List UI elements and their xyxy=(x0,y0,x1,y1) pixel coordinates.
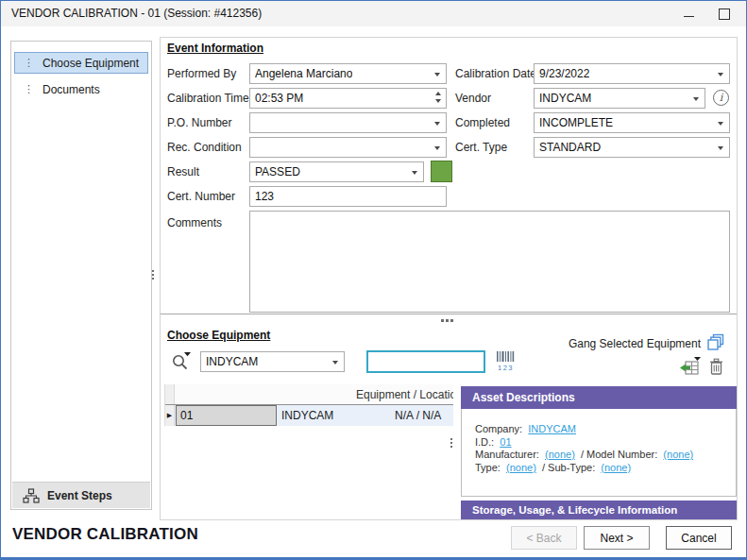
chevron-down-icon xyxy=(718,146,723,150)
equipment-table-header: Equipment / Location xyxy=(165,384,453,405)
rec-condition-combo[interactable] xyxy=(249,137,447,158)
equipment-location-column-header[interactable]: Equipment / Location xyxy=(356,388,453,401)
sidebar-item-documents[interactable]: ⋮ Documents xyxy=(14,78,148,100)
next-button[interactable]: Next > xyxy=(584,526,650,550)
chevron-down-icon xyxy=(412,171,417,175)
barcode-scan-icon[interactable]: 123 xyxy=(496,350,515,375)
titlebar: VENDOR CALIBRATION - 01 (Session: #41235… xyxy=(1,1,746,26)
maximize-button[interactable] xyxy=(708,1,740,26)
performed-by-value: Angelena Marciano xyxy=(255,67,352,80)
chevron-down-icon xyxy=(718,73,723,76)
calibration-time-value: 02:53 PM xyxy=(255,92,303,105)
po-number-combo[interactable] xyxy=(249,112,447,133)
window-title: VENDOR CALIBRATION - 01 (Session: #41235… xyxy=(11,7,262,20)
model-number-link[interactable]: (none) xyxy=(663,449,693,460)
cert-type-value: STANDARD xyxy=(539,141,601,154)
model-number-label: / Model Number: xyxy=(581,449,657,460)
asset-id-line: I.D.: 01 xyxy=(475,436,736,450)
sidebar-item-label: Choose Equipment xyxy=(42,57,139,70)
table-row[interactable]: ▶ 01 INDYCAM N/A / N/A xyxy=(165,405,453,426)
search-icon xyxy=(170,349,193,372)
id-link[interactable]: 01 xyxy=(500,436,511,448)
completed-value: INCOMPLETE xyxy=(539,116,613,129)
asset-company-line: Company: INDYCAM xyxy=(475,423,736,436)
delete-icon[interactable] xyxy=(709,358,723,379)
cert-number-label: Cert. Number xyxy=(167,190,235,203)
storage-usage-lifecycle-header: Storage, Usage, & Lifecycle Information xyxy=(461,501,737,519)
equipment-company-cell[interactable]: INDYCAM xyxy=(281,409,333,422)
back-button: < Back xyxy=(511,526,577,550)
panel-splitter-grip[interactable] xyxy=(152,270,154,272)
section-splitter[interactable] xyxy=(161,314,737,314)
minimize-icon xyxy=(684,16,694,17)
asset-type-line: Type: (none) / Sub-Type: (none) xyxy=(475,462,736,475)
chevron-down-icon xyxy=(434,122,440,126)
asset-splitter-grip[interactable] xyxy=(450,438,452,440)
cert-number-input[interactable] xyxy=(249,186,447,207)
maximize-icon xyxy=(719,8,730,20)
spinner-arrows[interactable] xyxy=(435,92,441,103)
result-combo[interactable]: PASSED xyxy=(249,161,424,182)
vendor-calibration-window: VENDOR CALIBRATION - 01 (Session: #41235… xyxy=(0,0,747,560)
row-indicator-header-cell xyxy=(165,384,175,404)
comments-textarea[interactable] xyxy=(249,211,730,313)
vendor-info-icon[interactable]: i xyxy=(713,90,729,106)
equipment-filter-value: INDYCAM xyxy=(206,355,258,368)
id-label: I.D.: xyxy=(475,436,494,448)
chevron-down-icon xyxy=(434,73,440,76)
org-chart-icon xyxy=(23,488,40,503)
manufacturer-link[interactable]: (none) xyxy=(545,449,575,460)
cancel-button[interactable]: Cancel xyxy=(666,526,732,550)
equipment-table: Equipment / Location ▶ 01 INDYCAM N/A / … xyxy=(164,384,453,426)
spin-down-icon xyxy=(435,99,441,103)
main-panel: Event Information Performed By Angelena … xyxy=(160,37,738,520)
subtype-link[interactable]: (none) xyxy=(601,462,631,473)
chevron-down-icon xyxy=(693,97,699,101)
performed-by-combo[interactable]: Angelena Marciano xyxy=(249,63,447,84)
equipment-id-cell[interactable]: 01 xyxy=(176,405,277,426)
vendor-combo[interactable]: INDYCAM xyxy=(534,88,705,109)
asset-manufacturer-line: Manufacturer: (none) / Model Number: (no… xyxy=(475,449,736,462)
equipment-scan-input[interactable] xyxy=(366,350,485,373)
minimize-button[interactable] xyxy=(672,1,705,26)
equipment-location-cell[interactable]: N/A / N/A xyxy=(395,409,441,422)
assign-equipment-icon[interactable] xyxy=(679,357,701,378)
chevron-down-icon xyxy=(332,361,338,365)
svg-text:123: 123 xyxy=(498,364,514,372)
vendor-label: Vendor xyxy=(455,92,491,105)
cert-type-combo[interactable]: STANDARD xyxy=(534,137,730,158)
calibration-date-combo[interactable]: 9/23/2022 xyxy=(534,63,730,84)
event-steps-button[interactable]: Event Steps xyxy=(12,482,150,508)
splitter-handle-icon[interactable] xyxy=(441,319,444,322)
company-label: Company: xyxy=(475,423,522,434)
info-glyph: i xyxy=(720,92,723,104)
type-link[interactable]: (none) xyxy=(506,462,536,473)
current-row-indicator-icon: ▶ xyxy=(165,405,175,426)
company-link[interactable]: INDYCAM xyxy=(528,423,576,434)
sidebar-item-label: Documents xyxy=(42,83,100,96)
completed-label: Completed xyxy=(455,116,510,129)
equipment-filter-combo[interactable]: INDYCAM xyxy=(200,351,345,372)
po-number-label: P.O. Number xyxy=(167,116,231,129)
completed-combo[interactable]: INCOMPLETE xyxy=(534,112,730,133)
manufacturer-label: Manufacturer: xyxy=(475,449,539,460)
cert-type-label: Cert. Type xyxy=(455,141,507,154)
asset-descriptions-header: Asset Descriptions xyxy=(461,386,737,409)
drag-grip-icon: ⋮ xyxy=(24,58,34,68)
sidebar-item-choose-equipment[interactable]: ⋮ Choose Equipment xyxy=(14,52,148,74)
rec-condition-label: Rec. Condition xyxy=(167,141,242,154)
choose-equipment-title: Choose Equipment xyxy=(167,329,270,342)
asset-descriptions-body: Company: INDYCAM I.D.: 01 Manufacturer: … xyxy=(461,409,737,497)
event-information-title: Event Information xyxy=(167,42,263,55)
calibration-date-label: Calibration Date xyxy=(455,67,536,80)
chevron-down-icon xyxy=(718,122,723,126)
footer-event-title: VENDOR CALIBRATION xyxy=(12,525,198,544)
gang-selected-equipment-label: Gang Selected Equipment xyxy=(569,337,701,350)
search-button[interactable] xyxy=(169,349,194,373)
result-status-swatch xyxy=(431,161,452,182)
calibration-date-value: 9/23/2022 xyxy=(539,67,589,80)
drag-grip-icon: ⋮ xyxy=(24,84,34,94)
spin-up-icon xyxy=(435,92,441,95)
gang-copies-icon[interactable] xyxy=(706,333,725,355)
calibration-time-spinner[interactable]: 02:53 PM xyxy=(249,88,447,109)
